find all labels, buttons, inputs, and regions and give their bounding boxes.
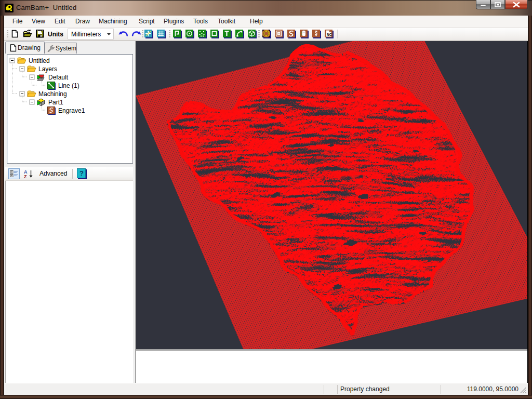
svg-text:NC: NC: [327, 33, 332, 36]
svg-text:Z: Z: [24, 174, 27, 179]
